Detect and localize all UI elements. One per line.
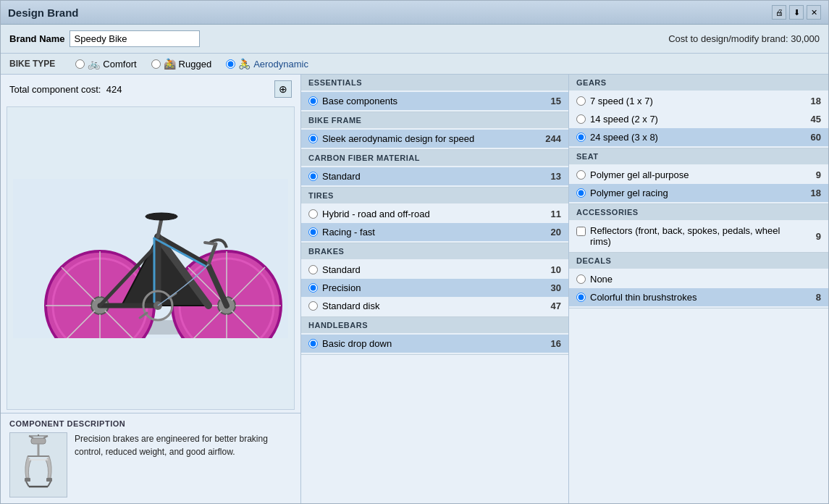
- sleek-aero-option[interactable]: Sleek aerodynamic design for speed 244: [301, 130, 568, 148]
- seat-section: SEAT Polymer gel all-purpose 9 Polymer g…: [569, 148, 828, 204]
- bike-frame-header: BIKE FRAME: [301, 112, 568, 128]
- hybrid-tire-radio[interactable]: [308, 209, 318, 219]
- racing-tire-option[interactable]: Racing - fast 20: [301, 223, 568, 241]
- print-icon[interactable]: 🖨: [772, 5, 786, 20]
- basic-dropdown-radio[interactable]: [308, 339, 318, 348]
- bike-type-aerodynamic[interactable]: 🚴 Aerodynamic: [226, 58, 308, 70]
- main-window: Design Brand 🖨 ⬇ ✕ Brand Name Cost to de…: [0, 0, 829, 504]
- right-panel: GEARS 7 speed (1 x 7) 18 14 speed (2 x 7…: [569, 75, 828, 503]
- tires-section: TIRES Hybrid - road and off-road 11 Raci…: [301, 188, 568, 243]
- download-icon[interactable]: ⬇: [789, 5, 804, 20]
- comfort-label: Comfort: [103, 59, 136, 70]
- close-icon[interactable]: ✕: [807, 5, 821, 20]
- reflectors-label: Reflectors (front, back, spokes, pedals,…: [590, 225, 799, 247]
- comp-desc-content: Precision brakes are engineered for bett…: [9, 432, 292, 497]
- polymer-gel-racing-radio[interactable]: [576, 188, 586, 198]
- carbon-fiber-section: CARBON FIBER MATERIAL Standard 13: [301, 150, 568, 188]
- decals-header: DECALS: [569, 253, 828, 269]
- racing-tire-radio[interactable]: [308, 227, 318, 237]
- base-components-label: Base components: [322, 96, 397, 106]
- total-cost-row: Total component cost: 424 ⊕: [1, 75, 300, 104]
- reflectors-option[interactable]: Reflectors (front, back, spokes, pedals,…: [569, 222, 828, 251]
- precision-brake-radio[interactable]: [308, 283, 318, 293]
- title-bar-icons: 🖨 ⬇ ✕: [772, 5, 821, 20]
- disk-brake-radio[interactable]: [308, 301, 318, 311]
- component-description: COMPONENT DESCRIPTION: [1, 413, 300, 503]
- 14speed-option[interactable]: 14 speed (2 x 7) 45: [569, 110, 828, 128]
- 7speed-label: 7 speed (1 x 7): [590, 96, 653, 106]
- svg-line-36: [205, 243, 216, 244]
- brand-name-input[interactable]: [70, 30, 200, 47]
- reflectors-checkbox[interactable]: [576, 227, 586, 236]
- main-content: Total component cost: 424 ⊕: [1, 75, 828, 503]
- 14speed-cost: 45: [799, 114, 821, 125]
- standard-brake-label: Standard: [322, 264, 361, 275]
- gears-header: GEARS: [569, 75, 828, 91]
- standard-brake-option[interactable]: Standard 10: [301, 261, 568, 279]
- handlebars-header: HANDLEBARS: [301, 317, 568, 333]
- svg-line-51: [26, 482, 29, 487]
- 7speed-cost: 18: [799, 96, 821, 106]
- zoom-icon[interactable]: ⊕: [274, 80, 292, 98]
- polymer-gel-allpurpose-option[interactable]: Polymer gel all-purpose 9: [569, 166, 828, 184]
- 24speed-label: 24 speed (3 x 8): [590, 132, 658, 143]
- base-components-option[interactable]: Base components 15: [301, 92, 568, 110]
- disk-brake-cost: 47: [539, 301, 561, 311]
- 7speed-radio[interactable]: [576, 96, 586, 106]
- racing-tire-label: Racing - fast: [322, 227, 375, 238]
- bike-frame-section: BIKE FRAME Sleek aerodynamic design for …: [301, 112, 568, 150]
- aerodynamic-label: Aerodynamic: [253, 59, 308, 70]
- polymer-gel-allpurpose-cost: 9: [799, 169, 821, 180]
- tires-header: TIRES: [301, 188, 568, 203]
- seat-header: SEAT: [569, 148, 828, 164]
- decal-colorful-radio[interactable]: [576, 293, 586, 302]
- hybrid-tire-label: Hybrid - road and off-road: [322, 209, 430, 219]
- standard-carbon-option[interactable]: Standard 13: [301, 167, 568, 185]
- precision-brake-label: Precision: [322, 282, 361, 293]
- polymer-gel-allpurpose-label: Polymer gel all-purpose: [590, 169, 689, 180]
- brand-row: Brand Name Cost to design/modify brand: …: [1, 25, 828, 54]
- standard-carbon-radio[interactable]: [308, 172, 318, 181]
- svg-rect-41: [31, 438, 46, 444]
- precision-brake-option[interactable]: Precision 30: [301, 279, 568, 297]
- brand-name-label: Brand Name: [9, 33, 65, 44]
- comp-desc-title: COMPONENT DESCRIPTION: [9, 419, 292, 428]
- decals-section: DECALS None Colorful thin brushstrokes: [569, 253, 828, 308]
- 14speed-label: 14 speed (2 x 7): [590, 114, 658, 125]
- bike-type-rugged[interactable]: 🚵 Rugged: [151, 58, 212, 70]
- rugged-label: Rugged: [179, 59, 212, 70]
- decal-none-radio[interactable]: [576, 274, 586, 284]
- decal-none-option[interactable]: None: [569, 270, 828, 288]
- decal-colorful-label: Colorful thin brushstrokes: [590, 292, 697, 303]
- 14speed-radio[interactable]: [576, 114, 586, 124]
- decal-colorful-option[interactable]: Colorful thin brushstrokes 8: [569, 288, 828, 306]
- essentials-section: ESSENTIALS Base components 15: [301, 75, 568, 112]
- standard-brake-radio[interactable]: [308, 265, 318, 274]
- polymer-gel-racing-option[interactable]: Polymer gel racing 18: [569, 184, 828, 202]
- brakes-section: BRAKES Standard 10 Precision: [301, 243, 568, 317]
- sleek-aero-radio[interactable]: [308, 134, 318, 143]
- bike-type-comfort[interactable]: 🚲 Comfort: [75, 58, 136, 70]
- bike-type-row: BIKE TYPE 🚲 Comfort 🚵 Rugged 🚴 Aerodynam…: [1, 54, 828, 75]
- polymer-gel-allpurpose-radio[interactable]: [576, 170, 586, 180]
- center-panel: ESSENTIALS Base components 15 BIKE FRAME: [301, 75, 569, 503]
- title-bar: Design Brand 🖨 ⬇ ✕: [1, 1, 828, 25]
- left-panel: Total component cost: 424 ⊕: [1, 75, 301, 503]
- 24speed-option[interactable]: 24 speed (3 x 8) 60: [569, 128, 828, 146]
- hybrid-tire-option[interactable]: Hybrid - road and off-road 11: [301, 205, 568, 223]
- accessories-header: ACCESSORIES: [569, 204, 828, 220]
- basic-dropdown-option[interactable]: Basic drop down 16: [301, 335, 568, 353]
- svg-line-52: [48, 482, 51, 487]
- 24speed-radio[interactable]: [576, 133, 586, 142]
- svg-point-34: [146, 213, 177, 220]
- disk-brake-label: Standard disk: [322, 301, 380, 311]
- disk-brake-option[interactable]: Standard disk 47: [301, 297, 568, 315]
- total-cost-label: Total component cost: 424: [9, 84, 122, 95]
- base-components-radio[interactable]: [308, 96, 318, 106]
- standard-carbon-cost: 13: [539, 171, 561, 182]
- brakes-header: BRAKES: [301, 243, 568, 259]
- gears-section: GEARS 7 speed (1 x 7) 18 14 speed (2 x 7…: [569, 75, 828, 148]
- 7speed-option[interactable]: 7 speed (1 x 7) 18: [569, 92, 828, 110]
- 24speed-cost: 60: [799, 132, 821, 143]
- sleek-aero-cost: 244: [539, 133, 561, 144]
